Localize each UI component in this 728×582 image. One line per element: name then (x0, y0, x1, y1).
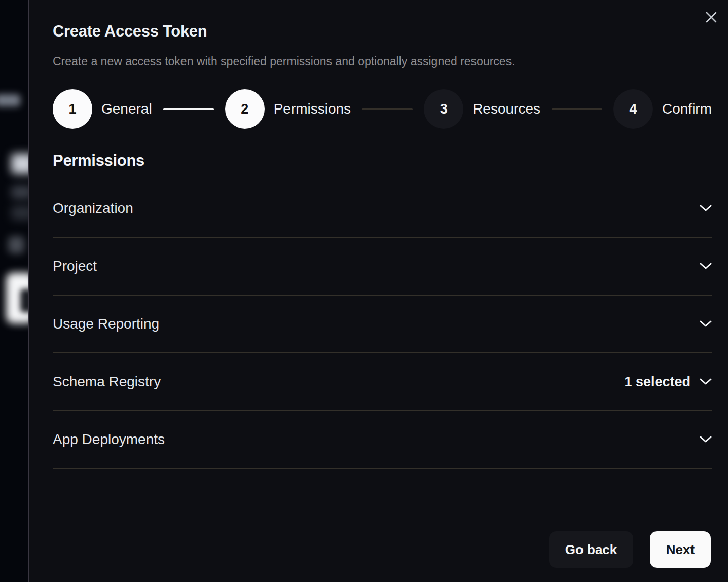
chevron-down-icon (700, 263, 712, 270)
modal-title: Create Access Token (53, 22, 712, 41)
step-connector (163, 108, 214, 110)
accordion-label: Project (53, 258, 97, 274)
next-button[interactable]: Next (650, 531, 711, 568)
modal-subtitle: Create a new access token with specified… (53, 54, 712, 69)
permissions-heading: Permissions (53, 151, 712, 170)
go-back-button[interactable]: Go back (549, 531, 633, 568)
close-icon (705, 11, 718, 25)
close-button[interactable] (704, 10, 719, 25)
step-number: 1 (53, 89, 92, 129)
permissions-accordion-list: Organization Project (53, 180, 712, 469)
accordion-label: Usage Reporting (53, 316, 159, 332)
background-blur-shape (20, 289, 28, 312)
selection-count: 1 selected (624, 374, 690, 390)
wizard-stepper: 1 General 2 Permissions 3 Resources 4 Co… (53, 89, 712, 129)
modal-footer: Go back Next (549, 531, 711, 568)
step-number: 4 (613, 89, 653, 129)
step-label: General (101, 101, 152, 117)
accordion-label: App Deployments (53, 431, 165, 448)
step-label: Resources (472, 101, 540, 117)
chevron-down-icon (700, 320, 712, 328)
step-number: 2 (225, 89, 265, 129)
step-connector (362, 108, 413, 110)
background-blur-shape (11, 154, 28, 174)
step-permissions[interactable]: 2 Permissions (225, 89, 351, 129)
step-number: 3 (424, 89, 463, 129)
accordion-label: Schema Registry (53, 374, 161, 390)
chevron-down-icon (700, 378, 712, 385)
accordion-project[interactable]: Project (53, 238, 712, 296)
chevron-down-icon (700, 436, 712, 443)
chevron-down-icon (700, 205, 712, 212)
accordion-label: Organization (53, 200, 133, 216)
step-label: Permissions (274, 101, 351, 117)
background-blur-shape (11, 206, 28, 220)
background-blur-shape (8, 236, 24, 253)
step-confirm[interactable]: 4 Confirm (613, 89, 712, 129)
background-blur-shape (0, 94, 20, 106)
accordion-organization[interactable]: Organization (53, 180, 712, 238)
step-general[interactable]: 1 General (53, 89, 152, 129)
background-blur-shape (11, 186, 28, 199)
dimmed-background (0, 0, 28, 582)
step-label: Confirm (662, 101, 712, 117)
accordion-app-deployments[interactable]: App Deployments (53, 411, 712, 469)
step-resources[interactable]: 3 Resources (424, 89, 540, 129)
step-connector (552, 108, 602, 110)
accordion-schema-registry[interactable]: Schema Registry 1 selected (53, 353, 712, 411)
create-access-token-modal: Create Access Token Create a new access … (28, 0, 728, 582)
accordion-usage-reporting[interactable]: Usage Reporting (53, 296, 712, 353)
